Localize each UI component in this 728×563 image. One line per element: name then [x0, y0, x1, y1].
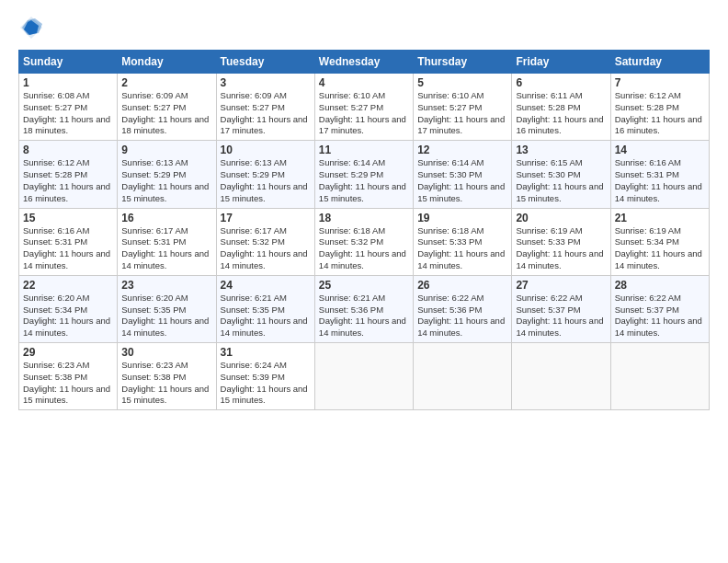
calendar-table: SundayMondayTuesdayWednesdayThursdayFrid…	[18, 50, 710, 410]
sunset-label: Sunset: 5:37 PM	[516, 304, 580, 315]
sunset-label: Sunset: 5:30 PM	[516, 169, 580, 179]
cell-content: Sunrise: 6:15 AM Sunset: 5:30 PM Dayligh…	[516, 157, 606, 204]
sunset-label: Sunset: 5:38 PM	[121, 372, 186, 382]
sunset-label: Sunset: 5:29 PM	[221, 169, 285, 179]
day-number: 19	[417, 212, 507, 224]
weekday-header-sunday: Sunday	[19, 51, 118, 74]
calendar-cell: 14 Sunrise: 6:16 AM Sunset: 5:31 PM Dayl…	[610, 141, 709, 208]
cell-content: Sunrise: 6:13 AM Sunset: 5:29 PM Dayligh…	[121, 157, 211, 204]
cell-content: Sunrise: 6:12 AM Sunset: 5:28 PM Dayligh…	[23, 157, 113, 204]
sunrise-label: Sunrise: 6:08 AM	[23, 90, 89, 100]
calendar-week-row: 1 Sunrise: 6:08 AM Sunset: 5:27 PM Dayli…	[19, 74, 710, 141]
cell-content: Sunrise: 6:20 AM Sunset: 5:35 PM Dayligh…	[121, 293, 211, 339]
sunrise-label: Sunrise: 6:16 AM	[23, 225, 89, 236]
daylight-label: Daylight: 11 hours and 14 minutes.	[615, 248, 702, 270]
daylight-label: Daylight: 11 hours and 14 minutes.	[319, 248, 406, 270]
calendar-cell: 12 Sunrise: 6:14 AM Sunset: 5:30 PM Dayl…	[414, 141, 512, 208]
day-number: 12	[417, 144, 507, 156]
day-number: 27	[516, 279, 606, 292]
day-number: 28	[615, 279, 705, 292]
weekday-header-tuesday: Tuesday	[216, 51, 314, 74]
calendar-cell: 11 Sunrise: 6:14 AM Sunset: 5:29 PM Dayl…	[314, 141, 413, 208]
sunrise-label: Sunrise: 6:21 AM	[221, 293, 287, 303]
cell-content: Sunrise: 6:21 AM Sunset: 5:35 PM Dayligh…	[221, 293, 311, 339]
day-number: 24	[221, 279, 311, 292]
sunset-label: Sunset: 5:29 PM	[319, 169, 383, 179]
sunrise-label: Sunrise: 6:22 AM	[615, 293, 681, 303]
day-number: 25	[319, 279, 409, 292]
sunset-label: Sunset: 5:27 PM	[417, 102, 482, 112]
cell-content: Sunrise: 6:21 AM Sunset: 5:36 PM Dayligh…	[319, 293, 409, 339]
day-number: 17	[221, 212, 311, 224]
sunset-label: Sunset: 5:35 PM	[221, 304, 285, 315]
weekday-header-saturday: Saturday	[610, 51, 709, 74]
cell-content: Sunrise: 6:14 AM Sunset: 5:30 PM Dayligh…	[417, 157, 507, 204]
day-number: 15	[23, 212, 113, 224]
day-number: 31	[221, 346, 311, 359]
weekday-header-thursday: Thursday	[414, 51, 512, 74]
cell-content: Sunrise: 6:14 AM Sunset: 5:29 PM Dayligh…	[319, 157, 409, 204]
sunrise-label: Sunrise: 6:17 AM	[121, 225, 188, 236]
sunset-label: Sunset: 5:39 PM	[221, 372, 285, 382]
daylight-label: Daylight: 11 hours and 15 minutes.	[121, 181, 209, 203]
cell-content: Sunrise: 6:17 AM Sunset: 5:32 PM Dayligh…	[221, 225, 311, 272]
day-number: 29	[23, 346, 113, 359]
sunrise-label: Sunrise: 6:21 AM	[319, 293, 385, 303]
sunrise-label: Sunrise: 6:22 AM	[417, 293, 483, 303]
sunset-label: Sunset: 5:27 PM	[23, 102, 87, 112]
sunrise-label: Sunrise: 6:20 AM	[121, 293, 188, 303]
logo-icon	[18, 15, 44, 40]
day-number: 14	[615, 144, 705, 156]
weekday-header-row: SundayMondayTuesdayWednesdayThursdayFrid…	[19, 51, 710, 74]
calendar-week-row: 15 Sunrise: 6:16 AM Sunset: 5:31 PM Dayl…	[19, 208, 710, 275]
sunrise-label: Sunrise: 6:12 AM	[615, 90, 681, 100]
calendar-cell: 16 Sunrise: 6:17 AM Sunset: 5:31 PM Dayl…	[118, 208, 216, 275]
calendar-cell	[314, 343, 413, 410]
weekday-header-friday: Friday	[512, 51, 610, 74]
sunrise-label: Sunrise: 6:15 AM	[516, 157, 582, 167]
sunrise-label: Sunrise: 6:14 AM	[319, 157, 385, 167]
daylight-label: Daylight: 11 hours and 18 minutes.	[23, 114, 110, 136]
sunrise-label: Sunrise: 6:11 AM	[516, 90, 582, 100]
calendar-week-row: 8 Sunrise: 6:12 AM Sunset: 5:28 PM Dayli…	[19, 141, 710, 208]
cell-content: Sunrise: 6:09 AM Sunset: 5:27 PM Dayligh…	[221, 90, 311, 137]
day-number: 21	[615, 212, 705, 224]
daylight-label: Daylight: 11 hours and 14 minutes.	[417, 248, 505, 270]
calendar-cell: 10 Sunrise: 6:13 AM Sunset: 5:29 PM Dayl…	[216, 141, 314, 208]
day-number: 8	[23, 144, 113, 156]
cell-content: Sunrise: 6:18 AM Sunset: 5:32 PM Dayligh…	[319, 225, 409, 272]
day-number: 5	[417, 76, 507, 89]
cell-content: Sunrise: 6:23 AM Sunset: 5:38 PM Dayligh…	[121, 360, 211, 407]
day-number: 7	[615, 76, 705, 89]
sunset-label: Sunset: 5:33 PM	[516, 236, 580, 247]
sunrise-label: Sunrise: 6:09 AM	[221, 90, 287, 100]
calendar-cell: 7 Sunrise: 6:12 AM Sunset: 5:28 PM Dayli…	[610, 74, 709, 141]
day-number: 10	[221, 144, 311, 156]
sunset-label: Sunset: 5:33 PM	[417, 236, 482, 247]
weekday-header-monday: Monday	[118, 51, 216, 74]
cell-content: Sunrise: 6:17 AM Sunset: 5:31 PM Dayligh…	[121, 225, 211, 272]
cell-content: Sunrise: 6:22 AM Sunset: 5:37 PM Dayligh…	[516, 293, 606, 339]
calendar-cell: 9 Sunrise: 6:13 AM Sunset: 5:29 PM Dayli…	[118, 141, 216, 208]
day-number: 3	[221, 76, 311, 89]
calendar-cell: 29 Sunrise: 6:23 AM Sunset: 5:38 PM Dayl…	[19, 343, 118, 410]
sunset-label: Sunset: 5:31 PM	[23, 236, 87, 247]
sunset-label: Sunset: 5:28 PM	[516, 102, 580, 112]
daylight-label: Daylight: 11 hours and 18 minutes.	[121, 114, 209, 136]
daylight-label: Daylight: 11 hours and 15 minutes.	[221, 181, 308, 203]
day-number: 11	[319, 144, 409, 156]
calendar-week-row: 29 Sunrise: 6:23 AM Sunset: 5:38 PM Dayl…	[19, 343, 710, 410]
calendar-cell: 15 Sunrise: 6:16 AM Sunset: 5:31 PM Dayl…	[19, 208, 118, 275]
sunrise-label: Sunrise: 6:22 AM	[516, 293, 582, 303]
header	[18, 15, 710, 40]
day-number: 6	[516, 76, 606, 89]
sunset-label: Sunset: 5:32 PM	[221, 236, 285, 247]
sunset-label: Sunset: 5:31 PM	[121, 236, 186, 247]
day-number: 1	[23, 76, 113, 89]
cell-content: Sunrise: 6:16 AM Sunset: 5:31 PM Dayligh…	[23, 225, 113, 272]
day-number: 13	[516, 144, 606, 156]
daylight-label: Daylight: 11 hours and 14 minutes.	[23, 248, 110, 270]
day-number: 23	[121, 279, 211, 292]
calendar-cell	[512, 343, 610, 410]
daylight-label: Daylight: 11 hours and 15 minutes.	[221, 384, 308, 406]
